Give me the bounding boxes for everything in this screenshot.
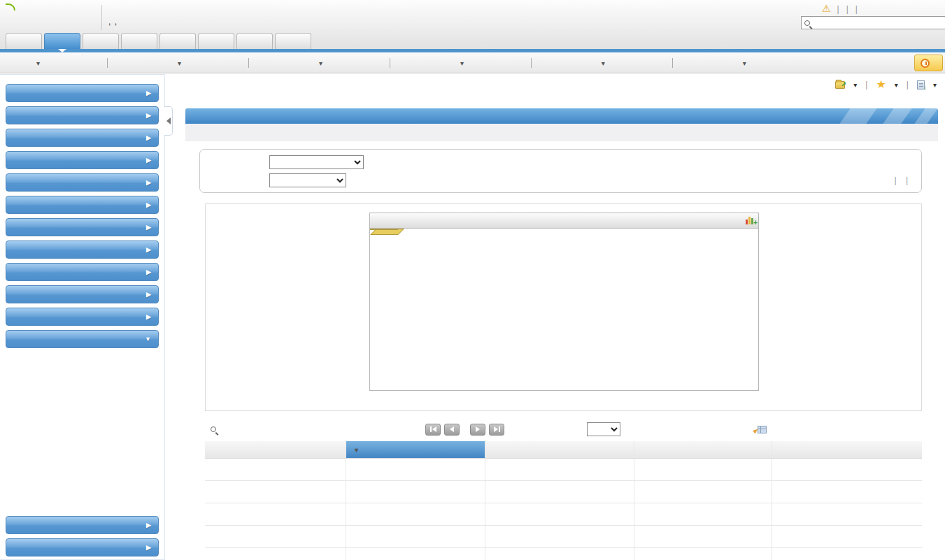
- next-page-button[interactable]: [470, 424, 485, 436]
- sidebar-item-gpo-management[interactable]: ▶: [6, 240, 159, 259]
- menu-ad-changes[interactable]: [316, 58, 322, 68]
- submenu-configuration-permission-changes[interactable]: [0, 481, 164, 497]
- domain-select[interactable]: [269, 155, 364, 169]
- submenu-dns-permission-changes[interactable]: [0, 497, 164, 513]
- table-row[interactable]: [205, 481, 922, 503]
- sidebar-collapse-handle[interactable]: [164, 106, 173, 136]
- chart-plot: [370, 229, 758, 390]
- first-page-button[interactable]: [425, 424, 441, 436]
- chevron-right-icon: ▶: [146, 112, 151, 119]
- page-size-control: [583, 422, 625, 436]
- last-page-button[interactable]: [489, 424, 504, 436]
- menu-compliance[interactable]: [599, 58, 605, 68]
- submenu-ou-permission-changes[interactable]: [0, 368, 164, 385]
- chevron-right-icon: ▶: [146, 246, 151, 253]
- chevron-right-icon: ▶: [146, 291, 151, 298]
- permission-changes-submenu: [0, 352, 164, 513]
- tab-support[interactable]: [275, 33, 311, 49]
- tab-file-audit[interactable]: [83, 33, 119, 49]
- titlebar-stripe: [912, 108, 938, 124]
- subnav-separator: [390, 58, 390, 68]
- tab-alerts[interactable]: [159, 33, 196, 49]
- sidebar-item-other-ad-object-changes[interactable]: ▶: [6, 285, 159, 303]
- subnav-separator: [248, 58, 249, 68]
- sidebar-item-group-management[interactable]: ▶: [6, 173, 159, 192]
- column-who-changed[interactable]: [485, 441, 634, 458]
- previous-page-button[interactable]: [444, 424, 460, 436]
- submenu-gpo-permission-changes[interactable]: [0, 401, 164, 417]
- sidebar-item-ou-management[interactable]: ▶: [6, 218, 159, 236]
- more-icon: [917, 80, 925, 89]
- chart-section: +: [205, 203, 922, 411]
- export-icon: [835, 81, 845, 89]
- add-remove-columns-button[interactable]: [758, 426, 769, 433]
- column-domain-controller[interactable]: [634, 441, 772, 458]
- submenu-user-permission-changes[interactable]: [0, 417, 164, 433]
- sidebar-item-permission-changes[interactable]: ▼: [6, 330, 159, 348]
- period-select[interactable]: [269, 173, 346, 187]
- sign-out-link[interactable]: [108, 17, 112, 27]
- star-icon: ★: [876, 80, 886, 89]
- submenu-container-permission-changes[interactable]: [0, 385, 164, 401]
- subnav-separator: [672, 58, 673, 68]
- results-table: [205, 441, 922, 560]
- chevron-right-icon: ▶: [146, 179, 151, 186]
- sidebar-item-configuration-auditing[interactable]: ▶: [6, 308, 159, 326]
- category-label: [537, 359, 592, 414]
- change-password-link[interactable]: [115, 17, 118, 27]
- chevron-right-icon: ▶: [146, 522, 151, 529]
- submenu-domain-level-permission-changes[interactable]: [0, 352, 164, 368]
- submenu-schema-permission-changes[interactable]: [0, 465, 164, 481]
- report-date-range: [185, 124, 938, 141]
- menu-gpo-changes[interactable]: [457, 58, 464, 68]
- sidebar-item-advanced-gpo-reports[interactable]: ▶: [6, 263, 159, 281]
- tab-home[interactable]: [6, 33, 42, 49]
- quick-search-button[interactable]: [211, 426, 222, 432]
- sidebar-item-local-logon-logoff[interactable]: ▶: [6, 106, 159, 124]
- chevron-right-icon: ▶: [146, 224, 151, 231]
- titlebar-stripe: [881, 108, 914, 124]
- column-message[interactable]: [772, 441, 922, 458]
- adaudit-plus-app: ⚠|||: [0, 0, 945, 560]
- schedule-reports-button[interactable]: [914, 55, 943, 71]
- tab-server-audit[interactable]: [121, 33, 157, 49]
- add-to-button[interactable]: ★: [876, 80, 897, 89]
- menu-logon-audit[interactable]: [175, 58, 181, 68]
- table-row[interactable]: [205, 503, 922, 526]
- report-search-box[interactable]: [801, 16, 945, 29]
- tab-reports[interactable]: [44, 33, 80, 49]
- chevron-right-icon: ▶: [146, 268, 151, 275]
- submenu-group-permission-changes[interactable]: [0, 433, 164, 449]
- sidebar-item-dns-changes[interactable]: ▶: [6, 516, 159, 534]
- more-button[interactable]: [917, 80, 937, 89]
- bar-administrator[interactable]: [370, 229, 398, 230]
- export-as-button[interactable]: [835, 81, 857, 89]
- submenu-computer-permission-changes[interactable]: [0, 449, 164, 465]
- chevron-right-icon: ▶: [146, 544, 151, 551]
- tab-admin[interactable]: [236, 33, 273, 49]
- primary-tabs: [6, 33, 311, 49]
- sidebar-item-removable-storage-audit[interactable]: ▶: [6, 538, 159, 557]
- chevron-right-icon: ▶: [146, 134, 151, 141]
- column-modified-time[interactable]: [346, 441, 485, 458]
- warning-icon[interactable]: ⚠: [822, 3, 831, 14]
- page-size-select[interactable]: [587, 422, 620, 436]
- subnav-separator: [531, 58, 532, 68]
- sidebar-item-user-logon-reports[interactable]: ▶: [6, 84, 159, 102]
- sidebar-item-user-management[interactable]: ▶: [6, 151, 159, 169]
- table-row[interactable]: [205, 459, 922, 481]
- table-row[interactable]: [205, 526, 922, 548]
- tab-configuration[interactable]: [198, 33, 234, 49]
- table-row[interactable]: [205, 548, 922, 560]
- sidebar-item-account-management[interactable]: ▶: [6, 129, 159, 147]
- search-input[interactable]: [813, 18, 945, 28]
- column-object-name[interactable]: [205, 441, 346, 458]
- menu-my-reports[interactable]: [740, 58, 746, 68]
- report-filters: | |: [199, 149, 922, 193]
- pagination: [425, 424, 504, 436]
- columns-icon: [758, 426, 767, 433]
- sidebar-item-computer-management[interactable]: ▶: [6, 196, 159, 214]
- chart-type-icon[interactable]: +: [746, 217, 753, 224]
- manageengine-adaudit-logo: [7, 3, 98, 13]
- menu-cumulative-reports[interactable]: [34, 58, 40, 68]
